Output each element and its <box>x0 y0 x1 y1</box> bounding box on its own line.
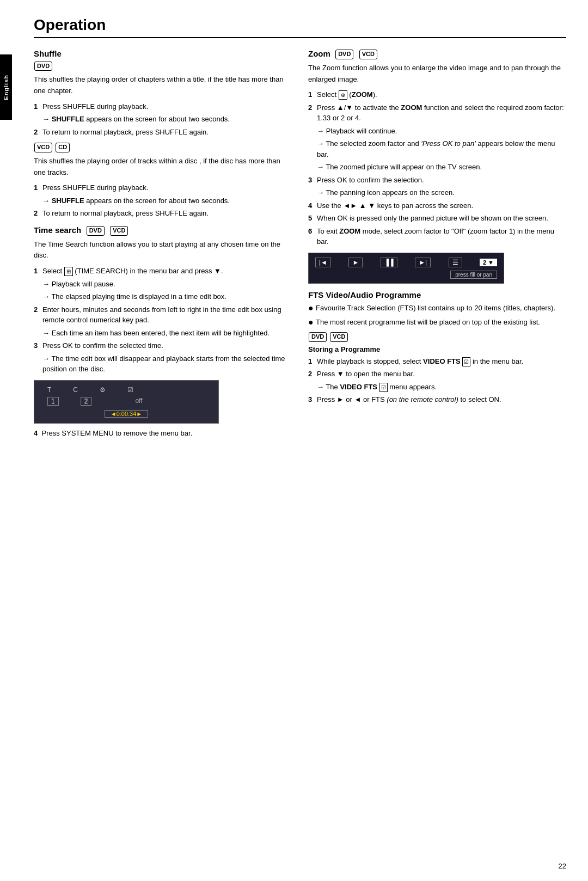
time-search-arrow-3: → Each time an item has been entered, th… <box>34 328 292 339</box>
shuffle-section: Shuffle DVD This shuffles the playing or… <box>34 49 292 219</box>
main-content: Operation Shuffle DVD This shuffles the … <box>17 0 588 466</box>
ts-values-row: 1 2 off <box>42 397 211 406</box>
time-search-description: The Time Search function allows you to s… <box>34 239 292 262</box>
zoom-step-1: 1 Select ⊕ (ZOOM). <box>308 89 566 100</box>
time-search-heading: Time search DVD VCD <box>34 225 292 236</box>
shuffle-dvd-description: This shuffles the playing order of chapt… <box>34 74 292 97</box>
zoom-step-3: 3 Press OK to confirm the selection. <box>308 175 566 186</box>
vcd-badge: VCD <box>34 143 52 152</box>
side-tab: English <box>0 54 12 120</box>
shuffle-vcdcd-step-1: 1 Press SHUFFLE during playback. <box>34 182 292 193</box>
zoom-arrow-2: → The selected zoom factor and 'Press OK… <box>308 138 566 160</box>
shuffle-dvd-arrow-1: → SHUFFLE appears on the screen for abou… <box>34 114 292 125</box>
zoom-screenshot: |◄ ► ▐▐ ►| ☰ 2 ▼ press fill or pan <box>308 253 504 284</box>
fts-bullets: ● Favourite Track Selection (FTS) list c… <box>308 303 566 328</box>
shuffle-vcdcd-steps: 1 Press SHUFFLE during playback. → SHUFF… <box>34 182 292 219</box>
fts-dvd-badge: DVD <box>309 332 327 341</box>
zoom-step-2: 2 Press ▲/▼ to activate the ZOOM functio… <box>308 102 566 124</box>
fts-step-3: 3 Press ► or ◄ or FTS (on the remote con… <box>308 394 566 405</box>
time-search-arrow-2: → The elapsed playing time is displayed … <box>34 291 292 302</box>
time-search-steps: 1 Select ⊞ (TIME SEARCH) in the menu bar… <box>34 266 292 375</box>
time-search-screenshot: T C ⚙ ☑ 1 2 off ◄0:00:34► <box>34 380 219 424</box>
fts-badge-row: DVD VCD <box>308 332 566 341</box>
zoom-step-4: 4 Use the ◄► ▲ ▼ keys to pan across the … <box>308 200 566 211</box>
zoom-section: Zoom DVD VCD The Zoom function allows yo… <box>308 49 566 284</box>
shuffle-dvd-step-1: 1 Press SHUFFLE during playback. <box>34 101 292 112</box>
time-search-section: Time search DVD VCD The Time Search func… <box>34 225 292 439</box>
fts-bullet-2: ● The most recent programme list will be… <box>308 317 566 328</box>
page-title: Operation <box>34 16 566 38</box>
fts-step-1: 1 While playback is stopped, select VIDE… <box>308 356 566 367</box>
zoom-description: The Zoom function allows you to enlarge … <box>308 63 566 85</box>
zoom-step-5: 5 When OK is pressed only the panned pic… <box>308 213 566 224</box>
left-column: Shuffle DVD This shuffles the playing or… <box>34 49 292 444</box>
ts-header-row: T C ⚙ ☑ <box>42 386 211 394</box>
page-container: English Operation Shuffle DVD This shuff… <box>0 0 588 881</box>
zoom-steps: 1 Select ⊕ (ZOOM). 2 Press ▲/▼ to activa… <box>308 89 566 247</box>
zoom-dvd-badge: DVD <box>335 50 353 59</box>
zoom-arrow-4: → The panning icon appears on the screen… <box>308 187 566 198</box>
fts-bullet-1: ● Favourite Track Selection (FTS) list c… <box>308 303 566 314</box>
fts-step-2: 2 Press ▼ to open the menu bar. <box>308 369 566 380</box>
time-search-arrow-4: → The time edit box will disappear and p… <box>34 353 292 375</box>
zoom-controls-row: |◄ ► ▐▐ ►| ☰ 2 ▼ <box>315 258 497 267</box>
zoom-press-ok-label: press fill or pan <box>450 271 497 279</box>
shuffle-dvd-badge-row: DVD <box>34 62 292 71</box>
zoom-arrow-1: → Playback will continue. <box>308 126 566 137</box>
shuffle-vcdcd-description: This shuffles the playing order of track… <box>34 156 292 179</box>
shuffle-dvd-steps: 1 Press SHUFFLE during playback. → SHUFF… <box>34 101 292 138</box>
time-search-step-3: 3 Press OK to confirm the selected time. <box>34 340 292 351</box>
ts-timer: ◄0:00:34► <box>105 410 148 418</box>
time-search-step-4: 4 Press SYSTEM MENU to remove the menu b… <box>34 428 292 439</box>
shuffle-vcdcd-step-2: 2 To return to normal playback, press SH… <box>34 208 292 219</box>
shuffle-heading: Shuffle <box>34 49 292 58</box>
zoom-arrow-3: → The zoomed picture will appear on the … <box>308 162 566 173</box>
zoom-heading: Zoom DVD VCD <box>308 49 566 59</box>
time-search-vcd-badge: VCD <box>110 226 128 235</box>
side-tab-label: English <box>3 75 9 100</box>
shuffle-dvd-step-2: 2 To return to normal playback, press SH… <box>34 127 292 138</box>
fts-steps: 1 While playback is stopped, select VIDE… <box>308 356 566 405</box>
fts-heading: FTS Video/Audio Programme <box>308 290 566 299</box>
right-column: Zoom DVD VCD The Zoom function allows yo… <box>308 49 566 444</box>
time-search-step-2: 2 Enter hours, minutes and seconds from … <box>34 304 292 326</box>
cd-badge: CD <box>56 143 70 152</box>
time-search-dvd-badge: DVD <box>87 226 105 235</box>
two-col-layout: Shuffle DVD This shuffles the playing or… <box>34 49 566 444</box>
time-search-arrow-1: → Playback will pause. <box>34 279 292 290</box>
fts-sub-heading: Storing a Programme <box>308 345 566 353</box>
shuffle-vcdcd-badge-row: VCD CD <box>34 143 292 152</box>
dvd-badge: DVD <box>34 62 52 71</box>
fts-section: FTS Video/Audio Programme ● Favourite Tr… <box>308 290 566 405</box>
zoom-step-6: 6 To exit ZOOM mode, select zoom factor … <box>308 226 566 247</box>
shuffle-vcdcd-arrow-1: → SHUFFLE appears on the screen for abou… <box>34 195 292 206</box>
page-number: 22 <box>559 862 566 870</box>
fts-vcd-badge: VCD <box>330 332 348 341</box>
fts-arrow-1: → The VIDEO FTS ☑ menu appears. <box>308 382 566 393</box>
zoom-vcd-badge: VCD <box>359 50 377 59</box>
time-search-step-1: 1 Select ⊞ (TIME SEARCH) in the menu bar… <box>34 266 292 277</box>
